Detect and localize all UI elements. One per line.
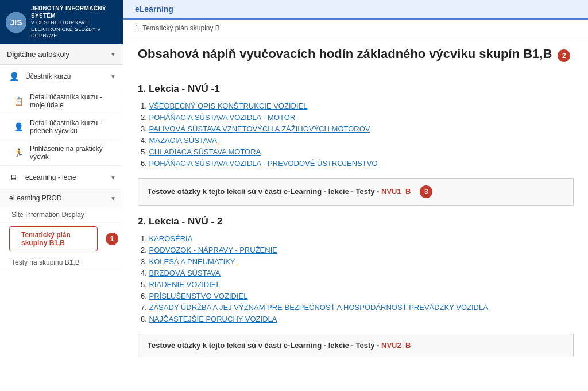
test-info-text-2: Testové otázky k tejto lekcií sú v časti… <box>148 341 411 350</box>
detail2-icon <box>11 120 25 134</box>
sidebar-item-detail1-label: Detail účastníka kurzu - moje údaje <box>30 93 116 109</box>
svg-text:JIS: JIS <box>10 18 22 27</box>
testy-label: Testy na skupinu B1,B <box>11 258 80 266</box>
sidebar-item-site-info[interactable]: Site Information Display <box>0 207 123 223</box>
sidebar-item-tematicky-plan[interactable]: Tematický plán skupiny B1,B <box>9 226 98 251</box>
main-dropdown[interactable]: Digitálne autoškoly ▼ <box>0 44 123 65</box>
elearning-prod-label: eLearning PROD <box>9 194 61 202</box>
site-info-label: Site Information Display <box>11 211 84 219</box>
list-item: ZÁSADY ÚDRŽBA A JEJ VÝZNAM PRE BEZPEČNOS… <box>141 303 574 312</box>
logo-text: JEDNOTNÝ INFORMAČNÝ SYSTÉM V CESTNEJ DOP… <box>31 5 117 40</box>
link-kolesa[interactable]: KOLESÁ A PNEUMATIKY <box>149 257 235 266</box>
badge-1: 1 <box>106 233 118 245</box>
person-icon <box>7 69 21 83</box>
list-item: BRZDOVÁ SÚSTAVA <box>141 269 574 277</box>
sidebar-item-testy[interactable]: Testy na skupinu B1,B <box>0 255 123 270</box>
link-prislusenstvo[interactable]: PRÍSLUŠENSTVO VOZIDIEL <box>149 292 247 300</box>
badge-3: 3 <box>420 185 432 198</box>
elearning-chevron-icon: ▼ <box>110 175 116 181</box>
section-1-list: VŠEOBECNÝ OPIS KONŠTRUKCIE VOZIDIEL POHÁ… <box>138 102 574 168</box>
test-code-2: NVU2_B <box>381 341 411 350</box>
link-palivo[interactable]: PALIVOVÁ SÚSTAVA VZNETOVÝCH A ZÁŽIHOVÝCH… <box>149 125 370 133</box>
sidebar: JIS JEDNOTNÝ INFORMAČNÝ SYSTÉM V CESTNEJ… <box>0 0 123 391</box>
breadcrumb: 1. Tematický plán skupiny B <box>123 20 588 37</box>
sidebar-item-prihlasenie-label: Prihlásenie na praktický výcvik <box>30 145 116 161</box>
badge-2: 2 <box>558 49 570 62</box>
link-pohon2[interactable]: POHÁŇACIA SÚSTAVA VOZIDLA - PREVODOVÉ ÚS… <box>149 159 377 168</box>
elearning-icon <box>7 171 21 184</box>
list-item: PALIVOVÁ SÚSTAVA VZNETOVÝCH A ZÁŽIHOVÝCH… <box>141 125 574 133</box>
page-title: Obsahová náplň vyučovacích hodín základn… <box>138 46 552 63</box>
link-najcastejsie[interactable]: NAJČASTEJŠIE PORUCHY VOZIDLA <box>149 315 277 323</box>
chevron-right-icon: ▼ <box>110 73 116 80</box>
test-info-text-1: Testové otázky k tejto lekcií sú v časti… <box>148 187 411 196</box>
main-content: eLearning 1. Tematický plán skupiny B Ob… <box>123 0 588 391</box>
main-header-title: eLearning <box>135 5 173 14</box>
list-item: PRÍSLUŠENSTVO VOZIDIEL <box>141 292 574 300</box>
tematicky-plan-label: Tematický plán skupiny B1,B <box>21 231 71 247</box>
list-item: PODVOZOK - NÁPRAVY - PRUŽENIE <box>141 246 574 254</box>
main-header: eLearning <box>123 0 588 20</box>
sidebar-item-elearning-label: eLearning - lecie <box>25 173 76 181</box>
list-item: KOLESÁ A PNEUMATIKY <box>141 257 574 266</box>
sidebar-item-ucastnik[interactable]: Účastník kurzu ▼ <box>0 65 123 88</box>
main-dropdown-label: Digitálne autoškoly <box>7 50 69 59</box>
sidebar-item-prihlasenie[interactable]: Prihlásenie na praktický výcvik <box>0 140 123 166</box>
list-item: POHÁŇACIA SÚSTAVA VOZIDLA - MOTOR <box>141 113 574 122</box>
link-mazacia[interactable]: MAZACIA SÚSTAVA <box>149 136 216 145</box>
chevron-down-icon: ▼ <box>110 51 116 57</box>
list-item: POHÁŇACIA SÚSTAVA VOZIDLA - PREVODOVÉ ÚS… <box>141 159 574 168</box>
test-info-box-2: Testové otázky k tejto lekcií sú v časti… <box>138 334 574 357</box>
sidebar-sub-elearning-prod[interactable]: eLearning PROD ▼ <box>0 189 123 207</box>
sidebar-item-detail1[interactable]: Detail účastníka kurzu - moje údaje <box>0 88 123 114</box>
detail1-icon <box>11 94 25 108</box>
list-item: MAZACIA SÚSTAVA <box>141 136 574 145</box>
link-brzdova[interactable]: BRZDOVÁ SÚSTAVA <box>149 269 220 277</box>
link-pohon[interactable]: POHÁŇACIA SÚSTAVA VOZIDLA - MOTOR <box>149 113 295 122</box>
prihlasenie-icon <box>11 146 25 160</box>
sidebar-item-detail2-label: Detail účastníka kurzu - priebeh výcviku <box>30 119 116 135</box>
prod-chevron-icon: ▼ <box>110 195 116 202</box>
sidebar-item-detail2[interactable]: Detail účastníka kurzu - priebeh výcviku <box>0 114 123 140</box>
link-karoseria[interactable]: KAROSÉRIA <box>149 234 192 243</box>
section-1-heading: 1. Lekcia - NVÚ -1 <box>138 83 574 95</box>
test-code-1: NVU1_B <box>381 187 411 196</box>
test-info-box-1: Testové otázky k tejto lekcií sú v časti… <box>138 178 574 206</box>
logo-icon: JIS <box>6 12 26 33</box>
list-item: KAROSÉRIA <box>141 234 574 243</box>
list-item: CHLADIACA SÚSTAVA MOTORA <box>141 148 574 156</box>
sidebar-item-elearning[interactable]: eLearning - lecie ▼ <box>0 166 123 189</box>
link-zasady[interactable]: ZÁSADY ÚDRŽBA A JEJ VÝZNAM PRE BEZPEČNOS… <box>149 303 488 312</box>
link-riadenie[interactable]: RIADENIE VOZIDIEL <box>149 280 220 289</box>
list-item: NAJČASTEJŠIE PORUCHY VOZIDLA <box>141 315 574 323</box>
section-2-list: KAROSÉRIA PODVOZOK - NÁPRAVY - PRUŽENIE … <box>138 234 574 323</box>
list-item: VŠEOBECNÝ OPIS KONŠTRUKCIE VOZIDIEL <box>141 102 574 110</box>
breadcrumb-text: 1. Tematický plán skupiny B <box>135 24 220 32</box>
content-area: Obsahová náplň vyučovacích hodín základn… <box>123 37 588 376</box>
list-item: RIADENIE VOZIDIEL <box>141 280 574 289</box>
section-2-heading: 2. Lekcia - NVÚ - 2 <box>138 216 574 227</box>
link-podvozok[interactable]: PODVOZOK - NÁPRAVY - PRUŽENIE <box>149 246 277 254</box>
link-vseo[interactable]: VŠEOBECNÝ OPIS KONŠTRUKCIE VOZIDIEL <box>149 102 307 110</box>
sidebar-logo: JIS JEDNOTNÝ INFORMAČNÝ SYSTÉM V CESTNEJ… <box>0 0 123 44</box>
sidebar-item-ucastnik-label: Účastník kurzu <box>25 72 71 80</box>
link-chladiaca[interactable]: CHLADIACA SÚSTAVA MOTORA <box>149 148 261 156</box>
